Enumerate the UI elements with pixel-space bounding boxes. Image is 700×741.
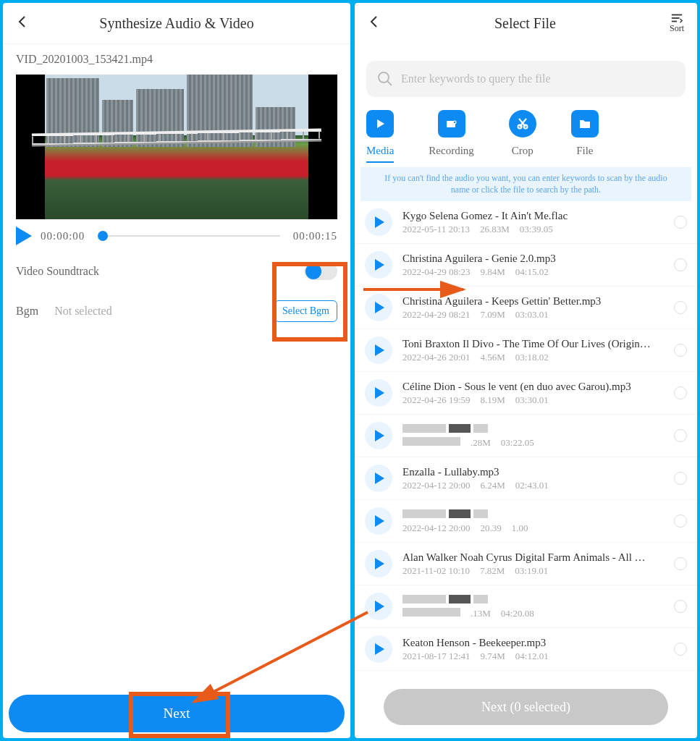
file-list: Kygo Selena Gomez - It Ain't Me.flac2022… xyxy=(355,201,697,738)
file-title: Toni Braxton Il Divo - The Time Of Our L… xyxy=(402,338,664,350)
synthesize-pane: Synthesize Audio & Video VID_20201003_15… xyxy=(3,3,350,738)
select-radio[interactable] xyxy=(674,386,687,399)
file-subtitle: .13M04:20.08 xyxy=(402,608,664,619)
back-icon[interactable] xyxy=(16,14,29,33)
file-subtitle: .28M03:22.05 xyxy=(402,437,664,449)
tab-label: Recording xyxy=(429,145,473,161)
play-icon[interactable] xyxy=(365,294,392,321)
list-item[interactable]: Christina Aguilera - Genie 2.0.mp32022-0… xyxy=(355,244,697,287)
tab-label: File xyxy=(576,145,593,161)
play-icon[interactable] xyxy=(365,465,392,492)
list-item[interactable]: Keaton Henson - Beekeeper.mp32021-08-17 … xyxy=(355,628,697,671)
list-item[interactable]: Kygo Selena Gomez - It Ain't Me.flac2022… xyxy=(355,201,697,244)
select-radio[interactable] xyxy=(674,472,687,485)
video-preview[interactable] xyxy=(16,75,337,219)
play-icon[interactable] xyxy=(365,251,392,279)
list-item[interactable]: Enzalla - Lullaby.mp32022-04-12 20:006.2… xyxy=(355,457,697,500)
file-title: Christina Aguilera - Keeps Gettin' Bette… xyxy=(402,295,664,308)
file-subtitle: 2021-11-02 10:107.82M03:19.01 xyxy=(402,565,664,577)
search-icon xyxy=(376,70,394,88)
tab-recording[interactable]: Recording xyxy=(429,110,473,163)
crop-icon xyxy=(509,110,536,137)
play-icon[interactable] xyxy=(365,635,392,663)
sort-label: Sort xyxy=(670,23,684,34)
search-field[interactable] xyxy=(401,72,675,85)
select-radio[interactable] xyxy=(674,557,687,570)
play-icon[interactable] xyxy=(365,336,392,364)
file-title xyxy=(402,594,664,606)
tab-label: Crop xyxy=(512,145,534,161)
file-title: Christina Aguilera - Genie 2.0.mp3 xyxy=(402,253,664,265)
tab-media[interactable]: Media xyxy=(366,110,394,163)
file-meta: Christina Aguilera - Keeps Gettin' Bette… xyxy=(402,295,664,321)
file-title xyxy=(402,423,664,436)
select-file-pane: Select File Sort Media Recording Crop xyxy=(355,3,697,738)
seek-slider[interactable] xyxy=(98,235,279,237)
list-item[interactable]: Alan Walker Noah Cyrus Digital Farm Anim… xyxy=(355,543,697,585)
select-bgm-button[interactable]: Select Bgm xyxy=(274,300,337,322)
next-label: Next (0 selected) xyxy=(481,700,570,715)
file-title: Céline Dion - Sous le vent (en duo avec … xyxy=(402,381,664,393)
select-radio[interactable] xyxy=(674,301,687,314)
list-item[interactable]: Céline Dion - Sous le vent (en duo avec … xyxy=(355,372,697,415)
tab-label: Media xyxy=(366,145,394,163)
next-selected-button[interactable]: Next (0 selected) xyxy=(384,689,668,725)
file-icon xyxy=(571,110,599,137)
file-meta: Kygo Selena Gomez - It Ain't Me.flac2022… xyxy=(402,210,664,235)
play-icon[interactable] xyxy=(365,507,392,535)
select-radio[interactable] xyxy=(674,600,687,613)
select-radio[interactable] xyxy=(674,429,687,442)
tab-crop[interactable]: Crop xyxy=(509,110,536,163)
search-input[interactable] xyxy=(366,61,686,97)
play-icon[interactable] xyxy=(365,593,392,620)
recording-icon xyxy=(438,110,465,137)
list-item[interactable]: 2022-04-12 20:0020.391.00 xyxy=(355,500,697,543)
play-icon[interactable] xyxy=(16,226,32,245)
sort-button[interactable]: Sort xyxy=(670,13,684,34)
select-radio[interactable] xyxy=(674,216,687,229)
play-icon[interactable] xyxy=(365,208,392,236)
page-title: Synthesize Audio & Video xyxy=(29,15,324,32)
soundtrack-label: Video Soundtrack xyxy=(16,265,99,278)
file-title: Keaton Henson - Beekeeper.mp3 xyxy=(402,637,664,649)
file-meta: 2022-04-12 20:0020.391.00 xyxy=(402,509,664,534)
media-icon xyxy=(366,110,394,137)
page-title: Select File xyxy=(381,15,670,32)
select-radio[interactable] xyxy=(674,515,687,528)
file-subtitle: 2022-05-11 20:1326.83M03:39.05 xyxy=(402,224,664,235)
back-icon[interactable] xyxy=(368,14,381,33)
file-title: Enzalla - Lullaby.mp3 xyxy=(402,466,664,478)
file-meta: .28M03:22.05 xyxy=(402,423,664,449)
list-item[interactable]: .13M04:20.08 xyxy=(355,585,697,628)
svg-point-8 xyxy=(453,122,455,123)
file-subtitle: 2021-08-17 12:419.74M04:12.01 xyxy=(402,651,664,662)
file-meta: .13M04:20.08 xyxy=(402,594,664,619)
file-meta: Céline Dion - Sous le vent (en duo avec … xyxy=(402,381,664,406)
file-meta: Alan Walker Noah Cyrus Digital Farm Anim… xyxy=(402,551,664,577)
file-subtitle: 2022-04-29 08:239.84M04:15.02 xyxy=(402,266,664,278)
hint-banner: If you can't find the audio you want, yo… xyxy=(360,167,691,201)
svg-point-3 xyxy=(379,72,389,82)
file-subtitle: 2022-04-12 20:006.24M02:43.01 xyxy=(402,480,664,491)
current-time: 00:00:00 xyxy=(41,230,85,242)
select-radio[interactable] xyxy=(674,258,687,271)
next-button[interactable]: Next xyxy=(9,695,345,732)
file-subtitle: 2022-04-26 19:598.19M03:30.01 xyxy=(402,394,664,406)
list-item[interactable]: .28M03:22.05 xyxy=(355,415,697,457)
list-item[interactable]: Toni Braxton Il Divo - The Time Of Our L… xyxy=(355,329,697,372)
play-icon[interactable] xyxy=(365,379,392,407)
bgm-label: Bgm xyxy=(16,305,38,318)
list-item[interactable]: Christina Aguilera - Keeps Gettin' Bette… xyxy=(355,287,697,329)
file-title: Alan Walker Noah Cyrus Digital Farm Anim… xyxy=(402,551,664,564)
file-title: Kygo Selena Gomez - It Ain't Me.flac xyxy=(402,210,664,222)
select-radio[interactable] xyxy=(674,643,687,656)
next-label: Next xyxy=(164,706,190,721)
tab-file[interactable]: File xyxy=(571,110,599,163)
svg-marker-5 xyxy=(377,119,384,128)
file-meta: Enzalla - Lullaby.mp32022-04-12 20:006.2… xyxy=(402,466,664,491)
select-radio[interactable] xyxy=(674,344,687,357)
play-icon[interactable] xyxy=(365,422,392,449)
bgm-value: Not selected xyxy=(54,305,112,318)
soundtrack-toggle[interactable] xyxy=(304,263,337,280)
play-icon[interactable] xyxy=(365,550,392,577)
